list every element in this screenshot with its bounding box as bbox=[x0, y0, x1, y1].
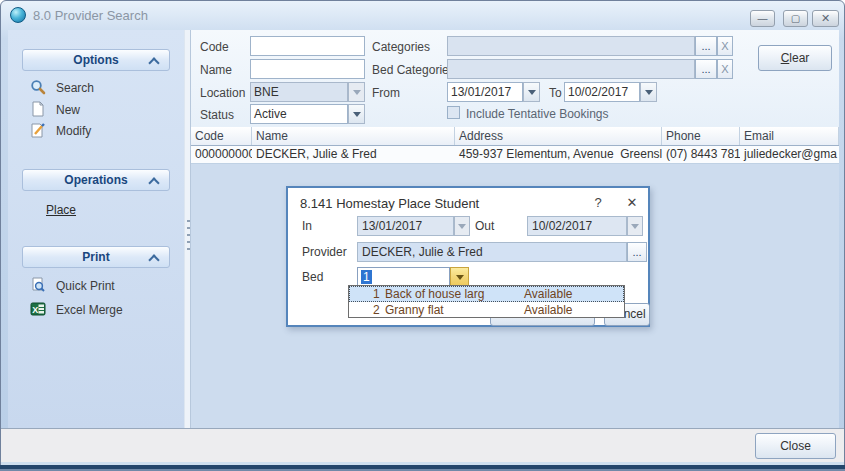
results-table-header[interactable]: Code Name Address Phone Email bbox=[191, 127, 839, 146]
code-input[interactable] bbox=[250, 36, 365, 56]
bed-option-number: 1 bbox=[373, 287, 381, 301]
sidebar-item-search-label: Search bbox=[56, 81, 94, 95]
provider-input[interactable]: DECKER, Julie & Fred bbox=[357, 242, 627, 262]
homestay-place-student-dialog: 8.141 Homestay Place Student ? ✕ In 13/0… bbox=[286, 186, 650, 327]
sidebar-group-print[interactable]: Print bbox=[22, 246, 170, 268]
name-input[interactable] bbox=[250, 59, 365, 79]
collapse-chevron-icon[interactable] bbox=[148, 254, 159, 265]
in-date-input[interactable]: 13/01/2017 bbox=[357, 216, 454, 236]
sidebar: Options Search New Modify Operations Pla… bbox=[8, 30, 184, 428]
sidebar-item-new-label: New bbox=[56, 103, 80, 117]
clear-button[interactable]: Clear bbox=[758, 45, 832, 71]
categories-clear-button[interactable]: X bbox=[717, 36, 733, 56]
bed-dropdown-list: 1 Back of house larg Available 2 Granny … bbox=[348, 285, 625, 318]
sidebar-group-operations[interactable]: Operations bbox=[22, 169, 170, 191]
column-header[interactable]: Address bbox=[455, 127, 662, 145]
maximize-button[interactable]: ▢ bbox=[783, 10, 808, 27]
sidebar-item-quick-print-label: Quick Print bbox=[56, 279, 115, 293]
include-tentative-checkbox[interactable] bbox=[447, 106, 460, 119]
bed-option-status: Available bbox=[524, 303, 572, 317]
code-label: Code bbox=[200, 40, 229, 54]
provider-browse-button[interactable]: ... bbox=[627, 242, 647, 262]
minimize-button[interactable]: — bbox=[750, 10, 775, 27]
search-form: Code Name Location BNE Status Active Cat… bbox=[191, 30, 839, 127]
svg-text:X: X bbox=[32, 305, 38, 315]
out-label: Out bbox=[475, 219, 494, 233]
close-window-button[interactable]: ✕ bbox=[812, 10, 839, 27]
modify-icon bbox=[30, 122, 46, 138]
bed-dropdown-arrow-icon[interactable] bbox=[450, 267, 469, 287]
sidebar-group-print-label: Print bbox=[82, 250, 109, 264]
categories-label: Categories bbox=[372, 40, 430, 54]
title-bar[interactable]: 8.0 Provider Search — ▢ ✕ bbox=[0, 0, 845, 29]
categories-browse-button[interactable]: ... bbox=[695, 36, 717, 56]
to-date-input[interactable]: 10/02/2017 bbox=[564, 82, 640, 102]
from-date-input[interactable]: 13/01/2017 bbox=[447, 82, 523, 102]
cell-address: 459-937 Elementum, Avenue Greenslopes bbox=[455, 146, 662, 163]
out-date-input[interactable]: 10/02/2017 bbox=[527, 216, 627, 236]
excel-icon: X bbox=[30, 301, 46, 317]
collapse-chevron-icon[interactable] bbox=[148, 57, 159, 68]
provider-search-window: 8.0 Provider Search — ▢ ✕ Options Search… bbox=[0, 0, 845, 471]
to-date-dropdown-arrow-icon[interactable] bbox=[640, 82, 657, 102]
sidebar-group-options-label: Options bbox=[73, 53, 118, 67]
bed-categories-browse-button[interactable]: ... bbox=[695, 59, 717, 79]
column-header[interactable]: Code bbox=[191, 127, 252, 145]
location-select[interactable]: BNE bbox=[250, 82, 348, 102]
bed-option-number: 2 bbox=[373, 303, 381, 317]
location-dropdown-arrow-icon bbox=[348, 82, 365, 102]
bed-selected-value: 1 bbox=[361, 270, 372, 284]
bed-label: Bed bbox=[302, 270, 323, 284]
sidebar-item-excel-merge-label: Excel Merge bbox=[56, 303, 123, 317]
bed-categories-label: Bed Categories bbox=[372, 63, 455, 77]
sidebar-group-options[interactable]: Options bbox=[22, 49, 170, 71]
cell-phone: (07) 8443 7818 bbox=[662, 146, 740, 163]
close-icon[interactable]: ✕ bbox=[622, 195, 642, 213]
dialog-title: 8.141 Homestay Place Student bbox=[300, 196, 479, 211]
cell-email: juliedecker@gma bbox=[740, 146, 839, 163]
cell-name: DECKER, Julie & Fred bbox=[252, 146, 455, 163]
name-label: Name bbox=[200, 63, 232, 77]
cell-code: 0000000003 bbox=[191, 146, 252, 163]
sidebar-group-operations-label: Operations bbox=[64, 173, 127, 187]
status-select[interactable]: Active bbox=[250, 104, 348, 124]
in-label: In bbox=[302, 219, 312, 233]
status-label: Status bbox=[200, 108, 234, 122]
in-date-dropdown-arrow-icon bbox=[454, 216, 470, 236]
bed-option-1[interactable]: 1 Back of house larg Available bbox=[349, 286, 624, 302]
search-icon bbox=[30, 79, 46, 95]
splitter-grip-icon bbox=[187, 220, 190, 254]
from-label: From bbox=[372, 86, 400, 100]
out-date-dropdown-arrow-icon bbox=[627, 216, 643, 236]
help-icon[interactable]: ? bbox=[588, 195, 608, 213]
provider-label: Provider bbox=[302, 245, 347, 259]
column-header[interactable]: Email bbox=[740, 127, 839, 145]
close-button[interactable]: Close bbox=[755, 433, 836, 459]
bed-option-status: Available bbox=[524, 287, 572, 301]
column-header[interactable]: Name bbox=[252, 127, 455, 145]
new-document-icon bbox=[30, 101, 46, 117]
collapse-chevron-icon[interactable] bbox=[148, 177, 159, 188]
to-label: To bbox=[549, 86, 562, 100]
column-header[interactable]: Phone bbox=[662, 127, 740, 145]
sidebar-item-place[interactable]: Place bbox=[46, 203, 76, 217]
include-tentative-label: Include Tentative Bookings bbox=[466, 107, 609, 121]
window-title: 8.0 Provider Search bbox=[33, 8, 148, 23]
status-dropdown-arrow-icon[interactable] bbox=[348, 104, 365, 124]
sidebar-item-modify-label: Modify bbox=[56, 124, 91, 138]
quick-print-icon bbox=[30, 277, 46, 293]
bed-combobox[interactable]: 1 bbox=[357, 267, 450, 287]
bed-option-name: Back of house larg bbox=[381, 287, 524, 301]
sidebar-splitter[interactable] bbox=[184, 30, 191, 428]
from-date-dropdown-arrow-icon[interactable] bbox=[523, 82, 540, 102]
footer-bar: Close bbox=[1, 428, 844, 462]
categories-input[interactable] bbox=[447, 36, 695, 56]
bed-categories-clear-button[interactable]: X bbox=[717, 59, 733, 79]
bed-option-2[interactable]: 2 Granny flat Available bbox=[349, 302, 624, 318]
table-row[interactable]: 0000000003 DECKER, Julie & Fred 459-937 … bbox=[191, 146, 839, 164]
bed-categories-input[interactable] bbox=[447, 59, 695, 79]
app-icon bbox=[10, 7, 26, 23]
location-label: Location bbox=[200, 86, 245, 100]
bed-option-name: Granny flat bbox=[381, 303, 524, 317]
